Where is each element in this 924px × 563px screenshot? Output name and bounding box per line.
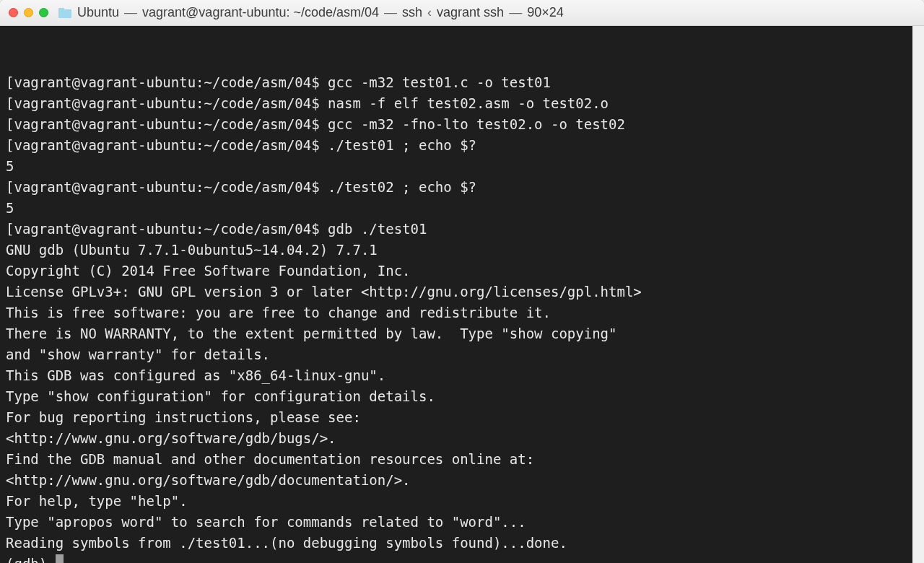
close-button[interactable] <box>9 8 18 17</box>
terminal-line-output: Type "apropos word" to search for comman… <box>6 512 918 533</box>
terminal-line-prompt: [vagrant@vagrant-ubuntu:~/code/asm/04$ g… <box>6 219 918 240</box>
maximize-button[interactable] <box>39 8 48 17</box>
terminal-line-output: Copyright (C) 2014 Free Software Foundat… <box>6 261 918 282</box>
terminal-line-output: This is free software: you are free to c… <box>6 302 918 323</box>
window-title: Ubuntu — vagrant@vagrant-ubuntu: ~/code/… <box>77 5 564 20</box>
terminal-line-prompt: [vagrant@vagrant-ubuntu:~/code/asm/04$ n… <box>6 93 918 114</box>
terminal-line-prompt: [vagrant@vagrant-ubuntu:~/code/asm/04$ .… <box>6 177 918 198</box>
title-via: ssh <box>402 5 422 19</box>
title-cmd: vagrant ssh <box>437 5 504 19</box>
terminal-body[interactable]: [vagrant@vagrant-ubuntu:~/code/asm/04$ g… <box>0 26 924 563</box>
terminal-line-prompt: [vagrant@vagrant-ubuntu:~/code/asm/04$ g… <box>6 114 918 135</box>
terminal-line-output: <http://www.gnu.org/software/gdb/bugs/>. <box>6 428 918 449</box>
terminal-line-output: and "show warranty" for details. <box>6 344 918 365</box>
title-session: vagrant@vagrant-ubuntu: ~/code/asm/04 <box>142 5 379 19</box>
scrollbar[interactable] <box>912 26 924 563</box>
terminal-window: Ubuntu — vagrant@vagrant-ubuntu: ~/code/… <box>0 0 924 563</box>
terminal-line-output: 5 <box>6 156 918 177</box>
minimize-button[interactable] <box>24 8 33 17</box>
title-app: Ubuntu <box>77 5 119 19</box>
terminal-line-output: There is NO WARRANTY, to the extent perm… <box>6 323 918 344</box>
terminal-line-output: Type "show configuration" for configurat… <box>6 386 918 407</box>
cursor <box>56 554 64 563</box>
title-size: 90×24 <box>527 5 564 19</box>
traffic-lights <box>9 8 48 17</box>
terminal-line-output: <http://www.gnu.org/software/gdb/documen… <box>6 470 918 491</box>
terminal-line-output: For help, type "help". <box>6 491 918 512</box>
terminal-line-prompt: [vagrant@vagrant-ubuntu:~/code/asm/04$ .… <box>6 135 918 156</box>
terminal-line-output: Find the GDB manual and other documentat… <box>6 449 918 470</box>
terminal-line-output: GNU gdb (Ubuntu 7.7.1-0ubuntu5~14.04.2) … <box>6 240 918 261</box>
terminal-line-prompt: [vagrant@vagrant-ubuntu:~/code/asm/04$ g… <box>6 72 918 93</box>
folder-icon <box>58 8 71 18</box>
titlebar[interactable]: Ubuntu — vagrant@vagrant-ubuntu: ~/code/… <box>0 0 924 26</box>
terminal-line-output: 5 <box>6 198 918 219</box>
terminal-line-output: License GPLv3+: GNU GPL version 3 or lat… <box>6 282 918 302</box>
terminal-line-output: This GDB was configured as "x86_64-linux… <box>6 365 918 386</box>
terminal-line-output: Reading symbols from ./test01...(no debu… <box>6 533 918 554</box>
gdb-prompt: (gdb) <box>6 554 918 563</box>
terminal-line-output: For bug reporting instructions, please s… <box>6 407 918 428</box>
